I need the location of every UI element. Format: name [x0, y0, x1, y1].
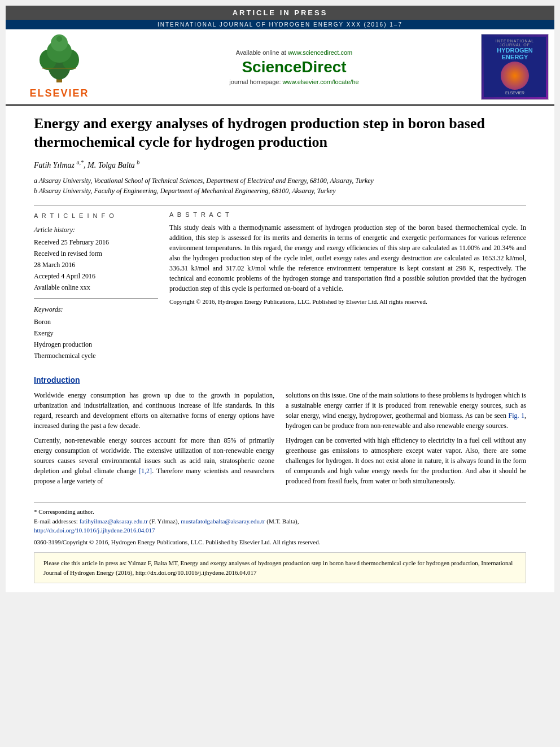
article-info-abstract: A R T I C L E I N F O Article history: R… [34, 211, 526, 362]
email-link-2[interactable]: mustafatolgabalta@aksaray.edu.tr [181, 518, 265, 525]
introduction-columns: Worldwide energy consumption has grown u… [34, 390, 526, 491]
sciencedirect-logo: ScienceDirect [242, 58, 346, 76]
cover-journal-name: HYDROGENENERGY [497, 47, 533, 60]
footer-copyright: 0360-3199/Copyright © 2016, Hydrogen Ene… [34, 538, 526, 547]
fig1-link[interactable]: Fig. 1 [509, 412, 525, 420]
article-in-press-banner: ARTICLE IN PRESS [6, 6, 554, 20]
keywords-separator [34, 298, 158, 299]
introduction-section: Introduction Worldwide energy consumptio… [34, 375, 526, 491]
citation-box: Please cite this article in press as: Yı… [34, 552, 526, 583]
corresponding-author-note: * Corresponding author. [34, 507, 526, 517]
history-label: Article history: [34, 225, 158, 235]
separator [34, 205, 526, 206]
journal-homepage-url[interactable]: www.elsevier.com/locate/he [283, 78, 359, 85]
keyword-thermochemical: Thermochemical cycle [34, 351, 158, 361]
intro-p2: Currently, non-renewable energy sources … [34, 435, 274, 486]
doi-url[interactable]: http://dx.doi.org/10.1016/j.ijhydene.201… [34, 527, 155, 534]
elsevier-tree-icon [31, 34, 88, 85]
article-info-column: A R T I C L E I N F O Article history: R… [34, 211, 158, 362]
paper-title: Energy and exergy analyses of hydrogen p… [34, 115, 526, 151]
affiliations: a Aksaray University, Vocational School … [34, 176, 526, 196]
authors: Fatih Yılmaz a,*, M. Tolga Balta b [34, 159, 526, 170]
elsevier-wordmark: ELSEVIER [29, 88, 89, 99]
journal-title-bar: INTERNATIONAL JOURNAL OF HYDROGEN ENERGY… [6, 20, 554, 29]
accepted-date: Accepted 4 April 2016 [34, 271, 158, 281]
journal-homepage: journal homepage: www.elsevier.com/locat… [229, 78, 358, 85]
email-addresses: E-mail addresses: fatihyilmaz@aksaray.ed… [34, 517, 526, 526]
received-1: Received 25 February 2016 [34, 237, 158, 247]
introduction-heading: Introduction [34, 375, 526, 385]
journal-cover-image: International Journal of HYDROGENENERGY … [481, 34, 549, 100]
sciencedirect-section: Available online at www.sciencedirect.co… [113, 34, 475, 100]
received-revised: Received in revised form [34, 248, 158, 259]
keywords-label: Keywords: [34, 304, 158, 314]
svg-point-6 [56, 36, 62, 42]
abstract-text: This study deals with a thermodynamic as… [169, 222, 526, 294]
elsevier-logo: ELSEVIER [11, 34, 107, 100]
intro-p3: solutions on this issue. One of the main… [286, 390, 526, 431]
intro-p1: Worldwide energy consumption has grown u… [34, 390, 274, 431]
abstract-copyright: Copyright © 2016, Hydrogen Energy Public… [169, 298, 526, 305]
email-link-1[interactable]: fatihyilmaz@aksaray.edu.tr [80, 518, 148, 525]
available-online-text: Available online at www.sciencedirect.co… [236, 49, 352, 56]
doi-link-footnote: http://dx.doi.org/10.1016/j.ijhydene.201… [34, 526, 526, 535]
abstract-column: A B S T R A C T This study deals with a … [169, 211, 526, 362]
intro-p4: Hydrogen can be converted with high effi… [286, 435, 526, 486]
revised-date: 28 March 2016 [34, 260, 158, 270]
keyword-hydrogen: Hydrogen production [34, 339, 158, 350]
journal-header: INTERNATIONAL JOURNAL OF HYDROGEN ENERGY… [6, 20, 554, 106]
ref-1-2[interactable]: [1,2] [139, 467, 152, 475]
article-info-label: A R T I C L E I N F O [34, 211, 158, 221]
main-content: Energy and exergy analyses of hydrogen p… [6, 106, 554, 592]
intro-col-right: solutions on this issue. One of the main… [286, 390, 526, 491]
footnotes: * Corresponding author. E-mail addresses… [34, 502, 526, 547]
abstract-label: A B S T R A C T [169, 211, 526, 218]
intro-col-left: Worldwide energy consumption has grown u… [34, 390, 274, 491]
available-online: Available online xxx [34, 282, 158, 292]
affiliation-a: a Aksaray University, Vocational School … [34, 176, 526, 186]
sciencedirect-url[interactable]: www.sciencedirect.com [288, 49, 352, 56]
keyword-boron: Boron [34, 317, 158, 327]
affiliation-b: b Aksaray University, Faculty of Enginee… [34, 186, 526, 196]
keyword-exergy: Exergy [34, 328, 158, 338]
